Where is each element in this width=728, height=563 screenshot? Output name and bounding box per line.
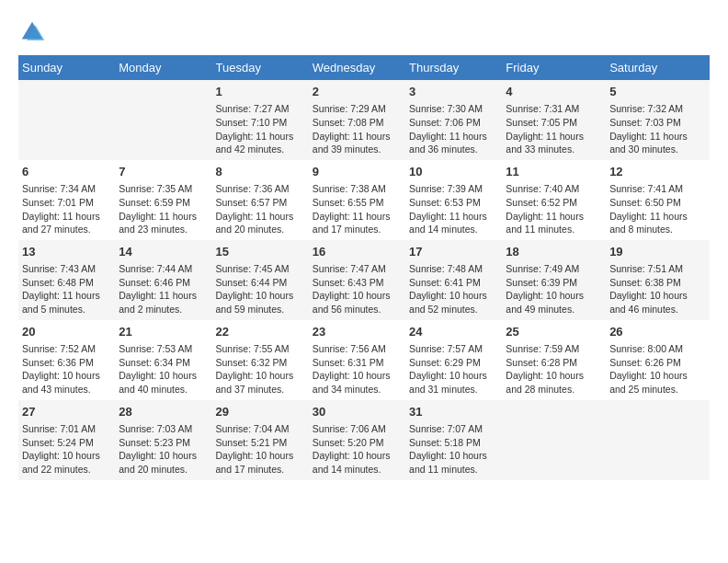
day-number: 12 xyxy=(609,164,706,180)
cell-details: Sunrise: 7:01 AM Sunset: 5:24 PM Dayligh… xyxy=(22,422,111,477)
day-number: 23 xyxy=(313,324,402,340)
cell-details: Sunrise: 7:40 AM Sunset: 6:52 PM Dayligh… xyxy=(506,182,602,236)
calendar-cell: 29Sunrise: 7:04 AM Sunset: 5:21 PM Dayli… xyxy=(212,400,309,480)
calendar-cell: 31Sunrise: 7:07 AM Sunset: 5:18 PM Dayli… xyxy=(405,400,502,480)
day-number: 28 xyxy=(119,404,208,420)
day-number: 6 xyxy=(22,164,111,180)
day-number: 13 xyxy=(22,244,111,260)
day-number: 22 xyxy=(216,324,305,340)
calendar-week-3: 13Sunrise: 7:43 AM Sunset: 6:48 PM Dayli… xyxy=(18,240,710,320)
calendar-cell: 27Sunrise: 7:01 AM Sunset: 5:24 PM Dayli… xyxy=(18,400,115,480)
cell-details: Sunrise: 7:35 AM Sunset: 6:59 PM Dayligh… xyxy=(119,182,208,236)
cell-details: Sunrise: 7:03 AM Sunset: 5:23 PM Dayligh… xyxy=(119,422,208,477)
calendar-cell: 28Sunrise: 7:03 AM Sunset: 5:23 PM Dayli… xyxy=(115,400,211,480)
calendar-cell: 3Sunrise: 7:30 AM Sunset: 7:06 PM Daylig… xyxy=(405,80,502,160)
day-number: 2 xyxy=(313,84,402,100)
cell-details: Sunrise: 8:00 AM Sunset: 6:26 PM Dayligh… xyxy=(609,342,706,396)
calendar-cell: 15Sunrise: 7:45 AM Sunset: 6:44 PM Dayli… xyxy=(212,240,309,320)
header-monday: Monday xyxy=(115,55,211,80)
cell-details: Sunrise: 7:43 AM Sunset: 6:48 PM Dayligh… xyxy=(22,262,111,316)
cell-details: Sunrise: 7:30 AM Sunset: 7:06 PM Dayligh… xyxy=(409,102,498,156)
cell-details: Sunrise: 7:59 AM Sunset: 6:28 PM Dayligh… xyxy=(506,342,602,396)
day-number: 30 xyxy=(313,404,402,420)
cell-details: Sunrise: 7:45 AM Sunset: 6:44 PM Dayligh… xyxy=(216,262,305,316)
cell-details: Sunrise: 7:55 AM Sunset: 6:32 PM Dayligh… xyxy=(216,342,305,396)
day-number: 5 xyxy=(609,84,706,100)
calendar-cell: 25Sunrise: 7:59 AM Sunset: 6:28 PM Dayli… xyxy=(502,320,606,400)
header-friday: Friday xyxy=(502,55,606,80)
calendar-week-5: 27Sunrise: 7:01 AM Sunset: 5:24 PM Dayli… xyxy=(18,400,710,480)
calendar-cell: 14Sunrise: 7:44 AM Sunset: 6:46 PM Dayli… xyxy=(115,240,211,320)
cell-details: Sunrise: 7:04 AM Sunset: 5:21 PM Dayligh… xyxy=(216,422,305,477)
calendar-week-1: 1Sunrise: 7:27 AM Sunset: 7:10 PM Daylig… xyxy=(18,80,710,160)
logo-icon xyxy=(18,18,46,46)
page-header xyxy=(18,18,710,46)
cell-details: Sunrise: 7:57 AM Sunset: 6:29 PM Dayligh… xyxy=(409,342,498,396)
cell-details: Sunrise: 7:47 AM Sunset: 6:43 PM Dayligh… xyxy=(313,262,402,316)
calendar-cell: 4Sunrise: 7:31 AM Sunset: 7:05 PM Daylig… xyxy=(502,80,606,160)
cell-details: Sunrise: 7:48 AM Sunset: 6:41 PM Dayligh… xyxy=(409,262,498,316)
calendar-cell: 11Sunrise: 7:40 AM Sunset: 6:52 PM Dayli… xyxy=(502,160,606,240)
calendar-cell: 22Sunrise: 7:55 AM Sunset: 6:32 PM Dayli… xyxy=(212,320,309,400)
header-sunday: Sunday xyxy=(18,55,115,80)
cell-details: Sunrise: 7:41 AM Sunset: 6:50 PM Dayligh… xyxy=(609,182,706,236)
day-number: 20 xyxy=(22,324,111,340)
day-number: 3 xyxy=(409,84,498,100)
calendar-week-2: 6Sunrise: 7:34 AM Sunset: 7:01 PM Daylig… xyxy=(18,160,710,240)
calendar-week-4: 20Sunrise: 7:52 AM Sunset: 6:36 PM Dayli… xyxy=(18,320,710,400)
calendar-cell: 24Sunrise: 7:57 AM Sunset: 6:29 PM Dayli… xyxy=(405,320,502,400)
calendar-table: Sunday Monday Tuesday Wednesday Thursday… xyxy=(18,55,710,480)
header-tuesday: Tuesday xyxy=(212,55,309,80)
calendar-cell: 10Sunrise: 7:39 AM Sunset: 6:53 PM Dayli… xyxy=(405,160,502,240)
calendar-cell: 18Sunrise: 7:49 AM Sunset: 6:39 PM Dayli… xyxy=(502,240,606,320)
calendar-cell: 8Sunrise: 7:36 AM Sunset: 6:57 PM Daylig… xyxy=(212,160,309,240)
calendar-cell: 30Sunrise: 7:06 AM Sunset: 5:20 PM Dayli… xyxy=(309,400,405,480)
day-number: 18 xyxy=(506,244,602,260)
day-number: 1 xyxy=(216,84,305,100)
calendar-cell: 23Sunrise: 7:56 AM Sunset: 6:31 PM Dayli… xyxy=(309,320,405,400)
calendar-cell xyxy=(502,400,606,480)
cell-details: Sunrise: 7:32 AM Sunset: 7:03 PM Dayligh… xyxy=(609,102,706,156)
calendar-cell: 6Sunrise: 7:34 AM Sunset: 7:01 PM Daylig… xyxy=(18,160,115,240)
cell-details: Sunrise: 7:39 AM Sunset: 6:53 PM Dayligh… xyxy=(409,182,498,236)
cell-details: Sunrise: 7:27 AM Sunset: 7:10 PM Dayligh… xyxy=(216,102,305,156)
cell-details: Sunrise: 7:52 AM Sunset: 6:36 PM Dayligh… xyxy=(22,342,111,396)
day-number: 4 xyxy=(506,84,602,100)
calendar-cell: 5Sunrise: 7:32 AM Sunset: 7:03 PM Daylig… xyxy=(606,80,710,160)
calendar-cell: 16Sunrise: 7:47 AM Sunset: 6:43 PM Dayli… xyxy=(309,240,405,320)
cell-details: Sunrise: 7:56 AM Sunset: 6:31 PM Dayligh… xyxy=(313,342,402,396)
day-number: 21 xyxy=(119,324,208,340)
calendar-cell: 26Sunrise: 8:00 AM Sunset: 6:26 PM Dayli… xyxy=(606,320,710,400)
calendar-cell: 13Sunrise: 7:43 AM Sunset: 6:48 PM Dayli… xyxy=(18,240,115,320)
day-number: 16 xyxy=(313,244,402,260)
day-number: 24 xyxy=(409,324,498,340)
calendar-cell: 19Sunrise: 7:51 AM Sunset: 6:38 PM Dayli… xyxy=(606,240,710,320)
day-number: 7 xyxy=(119,164,208,180)
day-number: 31 xyxy=(409,404,498,420)
logo xyxy=(18,18,50,46)
calendar-cell xyxy=(18,80,115,160)
day-number: 14 xyxy=(119,244,208,260)
calendar-cell: 7Sunrise: 7:35 AM Sunset: 6:59 PM Daylig… xyxy=(115,160,211,240)
day-number: 26 xyxy=(609,324,706,340)
cell-details: Sunrise: 7:44 AM Sunset: 6:46 PM Dayligh… xyxy=(119,262,208,316)
calendar-cell: 21Sunrise: 7:53 AM Sunset: 6:34 PM Dayli… xyxy=(115,320,211,400)
calendar-cell xyxy=(115,80,211,160)
cell-details: Sunrise: 7:34 AM Sunset: 7:01 PM Dayligh… xyxy=(22,182,111,236)
day-number: 11 xyxy=(506,164,602,180)
day-number: 25 xyxy=(506,324,602,340)
header-saturday: Saturday xyxy=(606,55,710,80)
cell-details: Sunrise: 7:29 AM Sunset: 7:08 PM Dayligh… xyxy=(313,102,402,156)
calendar-cell: 1Sunrise: 7:27 AM Sunset: 7:10 PM Daylig… xyxy=(212,80,309,160)
cell-details: Sunrise: 7:53 AM Sunset: 6:34 PM Dayligh… xyxy=(119,342,208,396)
calendar-cell xyxy=(606,400,710,480)
calendar-cell: 20Sunrise: 7:52 AM Sunset: 6:36 PM Dayli… xyxy=(18,320,115,400)
cell-details: Sunrise: 7:07 AM Sunset: 5:18 PM Dayligh… xyxy=(409,422,498,477)
day-number: 19 xyxy=(609,244,706,260)
calendar-cell: 2Sunrise: 7:29 AM Sunset: 7:08 PM Daylig… xyxy=(309,80,405,160)
day-number: 29 xyxy=(216,404,305,420)
cell-details: Sunrise: 7:31 AM Sunset: 7:05 PM Dayligh… xyxy=(506,102,602,156)
calendar-cell: 9Sunrise: 7:38 AM Sunset: 6:55 PM Daylig… xyxy=(309,160,405,240)
day-number: 27 xyxy=(22,404,111,420)
day-number: 15 xyxy=(216,244,305,260)
